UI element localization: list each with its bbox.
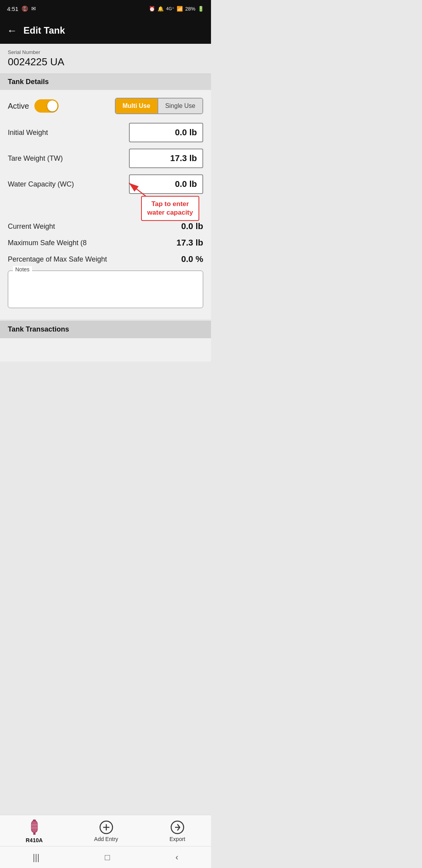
active-label: Active (8, 102, 29, 111)
bluetooth-icon: 🔔 (157, 6, 164, 12)
serial-label: Serial Number (8, 49, 203, 55)
status-time: 4:51 (7, 5, 18, 12)
tare-weight-label: Tare Weight (TW) (8, 154, 129, 163)
toggle-thumb (47, 100, 57, 111)
current-weight-label: Current Weight (8, 222, 181, 231)
active-toggle[interactable] (34, 99, 59, 113)
percentage-value: 0.0 % (181, 254, 203, 264)
notes-container: Notes (8, 271, 203, 308)
tare-weight-row: Tare Weight (TW) 17.3 lb (8, 149, 203, 168)
tank-details-header: Tank Details (0, 74, 211, 90)
use-type-group: Multi Use Single Use (115, 98, 204, 114)
initial-weight-value[interactable]: 0.0 lb (129, 123, 203, 142)
multi-use-button[interactable]: Multi Use (116, 99, 158, 113)
water-capacity-value[interactable]: 0.0 lb (129, 174, 203, 194)
active-row: Active Multi Use Single Use (8, 98, 203, 114)
active-left: Active (8, 99, 59, 113)
water-capacity-container: Water Capacity (WC) 0.0 lb Tap to enter … (8, 174, 203, 194)
page-title: Edit Tank (23, 25, 65, 36)
serial-section: Serial Number 0024225 UA (0, 44, 211, 74)
status-left: 4:51 📵 ✉ (7, 5, 36, 12)
notes-input[interactable] (8, 271, 203, 306)
notes-label: Notes (13, 266, 32, 273)
battery-text: 28% (185, 6, 195, 12)
percentage-row: Percentage of Max Safe Weight 0.0 % (8, 254, 203, 264)
signal-icon: 📶 (177, 6, 183, 12)
back-button[interactable]: ← (7, 25, 17, 37)
water-capacity-label: Water Capacity (WC) (8, 180, 129, 188)
serial-value: 0024225 UA (8, 56, 203, 68)
current-weight-row: Current Weight 0.0 lb (8, 221, 203, 231)
status-bar: 4:51 📵 ✉ ⏰ 🔔 4G⁺ 📶 28% 🔋 (0, 0, 211, 17)
battery-icon: 🔋 (198, 6, 204, 12)
missed-call-icon: 📵 (21, 5, 28, 12)
alarm-icon: ⏰ (149, 6, 155, 12)
transactions-body (0, 338, 211, 362)
annotation-text: Tap to enter water capacity (147, 200, 193, 217)
water-capacity-row: Water Capacity (WC) 0.0 lb (8, 174, 203, 194)
network-icon: 4G⁺ (166, 6, 174, 11)
initial-weight-label: Initial Weight (8, 129, 129, 137)
annotation-box: Tap to enter water capacity (141, 196, 199, 221)
status-right: ⏰ 🔔 4G⁺ 📶 28% 🔋 (149, 6, 204, 12)
max-safe-weight-label: Maximum Safe Weight (8 (8, 239, 177, 247)
details-area: Active Multi Use Single Use Initial Weig… (0, 90, 211, 319)
tank-transactions-header: Tank Transactions (0, 321, 211, 338)
email-icon: ✉ (31, 5, 36, 12)
initial-weight-row: Initial Weight 0.0 lb (8, 123, 203, 142)
max-safe-weight-value: 17.3 lb (177, 238, 203, 248)
tare-weight-value[interactable]: 17.3 lb (129, 149, 203, 168)
single-use-button[interactable]: Single Use (158, 99, 202, 113)
percentage-label: Percentage of Max Safe Weight (8, 255, 181, 264)
app-header: ← Edit Tank (0, 17, 211, 44)
current-weight-value: 0.0 lb (181, 221, 203, 231)
max-safe-weight-row: Maximum Safe Weight (8 17.3 lb (8, 238, 203, 248)
